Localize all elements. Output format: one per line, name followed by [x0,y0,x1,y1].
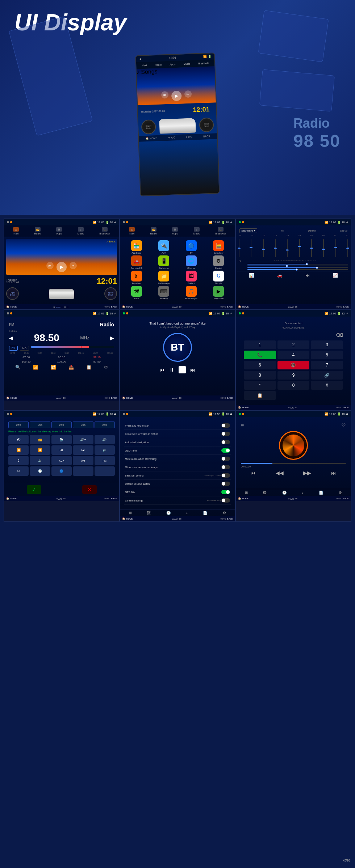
music-list-icon[interactable]: ≡ [241,422,244,428]
eq-all-btn[interactable]: All [281,229,284,232]
music-progress-bar[interactable] [241,463,346,464]
steer-mic-btn[interactable]: 🎙 [8,456,29,465]
home-prev-btn[interactable]: ⏮ [46,262,54,269]
phone-call-btn[interactable]: 📞 [244,351,276,359]
apps-nav-music[interactable]: ♪ Music [193,227,200,235]
preset-6[interactable]: 87.50 [80,360,114,363]
steer-input-1[interactable]: 255 [8,422,29,428]
hero-home-label[interactable]: 🏠 HOME [146,137,157,140]
app-chrome[interactable]: 🌐 Chrome [178,255,204,269]
phone-key-9[interactable]: 9 [277,371,310,380]
phone-key-3[interactable]: 3 [311,340,343,349]
app-google[interactable]: G Google [206,271,232,284]
eq-default-btn[interactable]: Default [308,229,316,232]
app-gallery[interactable]: 🖼 Gallery [178,271,204,284]
eq-slider-6[interactable] [299,237,300,259]
music-next-btn[interactable]: ⏭ [331,470,336,476]
eq-slider-3[interactable] [263,237,264,259]
bt-next-btn[interactable]: ⏭ [190,367,195,373]
music-rew-btn[interactable]: ⏮ [251,470,256,476]
phone-key-4[interactable]: 4 [277,351,310,359]
steer-back-label[interactable]: BACK [111,497,117,500]
home-nav-radio[interactable]: 📻 Radio [34,227,41,235]
hero-nav-apps[interactable]: Apps [170,63,175,66]
home-temp-up[interactable]: + [67,306,69,308]
phone-key-2[interactable]: 2 [277,340,310,349]
toggle-lantern-switch[interactable] [221,498,230,503]
phone-key-5[interactable]: 5 [311,351,343,359]
bt-stop-btn[interactable] [179,366,186,373]
steer-ac-btn[interactable]: ❄ A/C [56,497,62,500]
backspace-icon[interactable]: ⌫ [336,332,343,338]
steer-ff-btn[interactable]: ⏩ [30,445,50,455]
eq-setup-btn[interactable]: Set up [340,229,347,232]
hero-prev-btn[interactable]: ⏮ [161,91,169,99]
hero-ac-label[interactable]: ❄ A/C [168,136,175,139]
radio-seek-left[interactable]: ◀ [9,335,13,341]
apps-nav-radio[interactable]: 📻 Radio [150,227,157,235]
radio-back-label[interactable]: BACK [111,397,117,399]
bt-home-btn[interactable]: 🏠 [122,397,125,399]
eq-icon-skip[interactable]: ⏭ [305,273,310,278]
radio-repeat-icon[interactable]: 🔁 [51,365,56,370]
home-ac-btn[interactable]: ❄ [53,306,55,308]
radio-mo-btn[interactable]: MO [20,346,29,351]
eq-slider-7[interactable] [311,237,312,259]
eq-sub-track[interactable] [247,269,348,270]
hero-nav-radio[interactable]: Radio [155,63,162,66]
app-maps[interactable]: 🗺 Maps [124,286,150,300]
eq-slider-10[interactable] [347,237,348,259]
phone-ac-btn[interactable]: ❄ A/C [288,406,294,409]
hero-nav-navi[interactable]: Navi [142,64,147,67]
steer-rew-btn[interactable]: ⏪ [8,445,29,455]
app-equalizer[interactable]: 🎚 Equalizer [124,271,150,284]
app-musicplayer[interactable]: 🎵 Music Player [178,286,204,300]
eq-icon-bars[interactable]: 📊 [249,273,254,278]
eq-ac-btn[interactable]: ❄ A/C [288,306,294,308]
eq-home-btn[interactable]: 🏠 [238,305,241,308]
preset-2[interactable]: 90.10 [45,356,79,359]
music-icon-photo[interactable]: 🖼 [263,491,267,495]
settings-ac-btn[interactable]: ❄ A/C [172,518,178,520]
app-carbitlink[interactable]: 📱 CarbitLink [151,255,177,269]
phone-key-star[interactable]: * [244,381,276,390]
steer-input-3[interactable]: 255 [51,422,72,428]
app-carlink[interactable]: 🚗 Car Link 2.0 [124,255,150,269]
eq-slider-9[interactable] [335,237,336,259]
app-mcxkey[interactable]: ⌨ mcxKey [151,286,177,300]
steer-prev-btn[interactable]: ⏮ [51,445,72,455]
phone-back-label[interactable]: BACK [343,406,349,408]
steer-fm-btn[interactable]: FM [95,456,115,465]
radio-list-icon[interactable]: 📋 [86,365,92,370]
phone-clipboard-btn[interactable]: 📋 [244,391,276,400]
preset-5[interactable]: 108.00 [45,360,79,363]
radio-dx-btn[interactable]: DX [9,346,18,351]
toggle-mirror-switch[interactable] [221,465,230,469]
settings-icon-clock[interactable]: 🕐 [166,511,171,515]
toggle-osd-switch[interactable] [221,448,230,453]
home-nav-navi[interactable]: ▲ Navi [13,227,19,235]
radio-seek-right[interactable]: ▶ [110,335,114,341]
apps-back-label[interactable]: BACK [227,306,233,308]
home-next-btn[interactable]: ⏭ [70,262,77,269]
steer-home-btn[interactable]: 🏠 [6,497,9,500]
app-control[interactable]: ⚙ Control [206,255,232,269]
eq-slider-2[interactable] [251,237,251,259]
phone-home-btn[interactable]: 🏠 [238,406,241,409]
bt-prev-btn[interactable]: ⏮ [160,367,165,373]
home-temp-down[interactable]: – [62,306,63,308]
toggle-backlight-switch[interactable] [221,473,230,478]
app-appstore[interactable]: 🏪 App Store [124,240,150,254]
eq-slider-1[interactable] [239,237,239,259]
toggle-autonav-switch[interactable] [221,440,230,444]
phone-key-hash[interactable]: # [311,381,343,390]
steer-signal-btn[interactable]: 📡 [51,435,72,444]
radio-export-icon[interactable]: 📤 [68,365,74,370]
steer-confirm-btn[interactable]: ✓ [27,485,41,494]
preset-3[interactable]: 98.10 [80,356,114,359]
phone-key-8[interactable]: 8 [244,371,276,380]
settings-icon-music[interactable]: ♪ [186,511,188,515]
steer-radio-btn[interactable]: 📻 [30,435,50,444]
app-bt[interactable]: 🔵 BT [178,240,204,254]
steer-mute-btn[interactable]: 🔈 [30,456,50,465]
